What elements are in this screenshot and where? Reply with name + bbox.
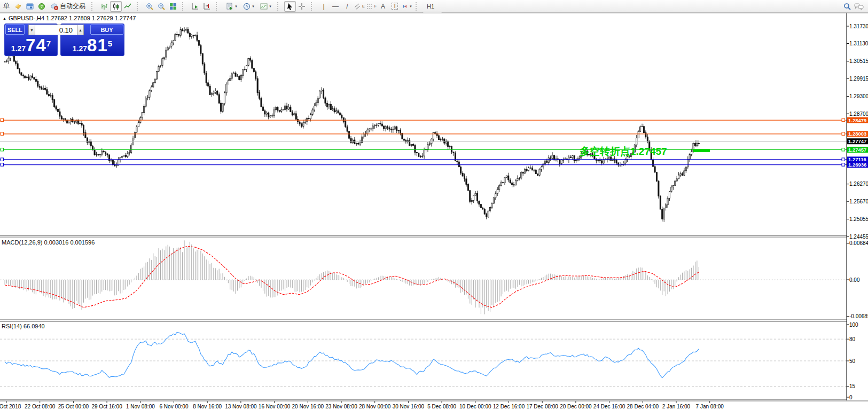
svg-text:1.28479: 1.28479: [848, 117, 866, 123]
svg-text:1.28700: 1.28700: [849, 111, 868, 117]
symbol-ohlc-text: GBPUSD-,H4 1.27692 1.27809 1.27629 1.277…: [9, 15, 136, 21]
svg-text:1.25670: 1.25670: [849, 199, 868, 204]
svg-text:24 Dec 16:00: 24 Dec 16:00: [593, 404, 625, 409]
buy-price-main: 81: [87, 36, 108, 54]
rsi-indicator-label: RSI(14) 66.0940: [2, 323, 45, 329]
svg-text:12 Dec 16:00: 12 Dec 16:00: [493, 404, 525, 409]
svg-text:1.25055: 1.25055: [849, 216, 868, 222]
price-badge-1.27457: 1.27457: [847, 147, 868, 153]
svg-text:1.29300: 1.29300: [849, 93, 868, 99]
svg-text:28 Dec 04:00: 28 Dec 04:00: [627, 404, 659, 409]
svg-text:1.27457: 1.27457: [848, 147, 866, 153]
svg-text:0.006844: 0.006844: [849, 240, 868, 246]
svg-text:16 Nov 00:00: 16 Nov 00:00: [259, 404, 291, 409]
svg-text:7 Jan 08:00: 7 Jan 08:00: [696, 404, 724, 409]
buy-price: 1.27815: [60, 36, 124, 54]
svg-text:-0.00689: -0.00689: [849, 313, 868, 319]
svg-text:13 Nov 08:00: 13 Nov 08:00: [225, 404, 257, 409]
svg-text:1.24455: 1.24455: [849, 234, 868, 240]
svg-text:50: 50: [849, 358, 856, 364]
svg-text:30 Nov 16:00: 30 Nov 16:00: [393, 404, 425, 409]
svg-text:2 Jan 16:00: 2 Jan 16:00: [662, 404, 691, 409]
svg-text:1.30515: 1.30515: [849, 58, 868, 64]
svg-text:29 Oct 16:00: 29 Oct 16:00: [91, 404, 122, 409]
svg-text:1.28003: 1.28003: [848, 131, 866, 137]
svg-text:1 Nov 08:00: 1 Nov 08:00: [126, 404, 155, 409]
svg-text:1.29915: 1.29915: [849, 76, 868, 82]
svg-text:1.26270: 1.26270: [849, 181, 868, 187]
price-badge-1.28003: 1.28003: [847, 131, 868, 137]
svg-text:1.31130: 1.31130: [849, 41, 868, 46]
svg-text:0: 0: [849, 395, 853, 400]
sell-price-main: 74: [26, 36, 46, 54]
svg-text:23 Nov 08:00: 23 Nov 08:00: [325, 404, 357, 409]
svg-text:15: 15: [849, 383, 856, 389]
svg-text:17 Dec 08:00: 17 Dec 08:00: [526, 404, 558, 409]
svg-text:100: 100: [849, 322, 858, 328]
svg-text:28 Nov 00:00: 28 Nov 00:00: [359, 404, 391, 409]
svg-text:5 Dec 08:00: 5 Dec 08:00: [427, 404, 456, 409]
svg-text:1.26936: 1.26936: [848, 162, 866, 168]
volume-decrease-button[interactable]: ▼: [28, 25, 35, 35]
svg-text:80: 80: [849, 336, 856, 342]
chart-annotation-text[interactable]: 多空转折点1.27457: [580, 145, 667, 159]
symbol-ohlc-bar[interactable]: ▲ GBPUSD-,H4 1.27692 1.27809 1.27629 1.2…: [3, 15, 136, 21]
svg-text:17 Oct 2018: 17 Oct 2018: [0, 404, 21, 409]
svg-text:1.31730: 1.31730: [849, 23, 868, 29]
buy-price-prefix: 1.27: [73, 45, 87, 52]
sell-button[interactable]: SELL: [5, 25, 25, 35]
svg-text:22 Oct 08:00: 22 Oct 08:00: [25, 404, 56, 409]
svg-text:8 Nov 16:00: 8 Nov 16:00: [193, 404, 222, 409]
svg-text:10 Dec 00:00: 10 Dec 00:00: [459, 404, 491, 409]
trend-segment[interactable]: [693, 149, 710, 152]
price-axis: 1.317301.311301.305151.299151.293001.287…: [847, 13, 868, 400]
volume-increase-button[interactable]: ▲: [77, 25, 84, 35]
price-badge-1.27747: 1.27747: [847, 138, 868, 144]
chart-canvas[interactable]: 1.317301.311301.305151.299151.293001.287…: [0, 0, 868, 410]
svg-text:25 Oct 00:00: 25 Oct 00:00: [58, 404, 89, 409]
buy-button[interactable]: BUY: [90, 25, 123, 35]
mt4-window: 单 自动交易 ▾ ▾ ▾ | — / E F A T ▾: [0, 0, 868, 410]
price-badge-1.28479: 1.28479: [847, 117, 868, 123]
volume-input[interactable]: 0.10: [35, 25, 77, 35]
buy-price-sup: 5: [108, 40, 112, 48]
sell-price-sup: 7: [46, 40, 51, 48]
collapse-panel-icon[interactable]: ▲: [3, 17, 6, 20]
svg-text:6 Nov 00:00: 6 Nov 00:00: [160, 404, 189, 409]
sell-price: 1.27747: [4, 36, 58, 54]
svg-text:0.00: 0.00: [849, 277, 860, 283]
macd-indicator-label: MACD(12,26,9) 0.003016 0.001596: [2, 239, 95, 246]
price-badge-1.26936: 1.26936: [847, 162, 868, 168]
sell-price-prefix: 1.27: [11, 45, 26, 52]
svg-text:1.27747: 1.27747: [848, 138, 866, 144]
svg-text:20 Dec 00:00: 20 Dec 00:00: [560, 404, 592, 409]
svg-text:20 Nov 16:00: 20 Nov 16:00: [292, 404, 324, 409]
one-click-trading-panel: SELL BUY ▼ 0.10 ▲ 1.27747 1.27815: [4, 23, 124, 56]
